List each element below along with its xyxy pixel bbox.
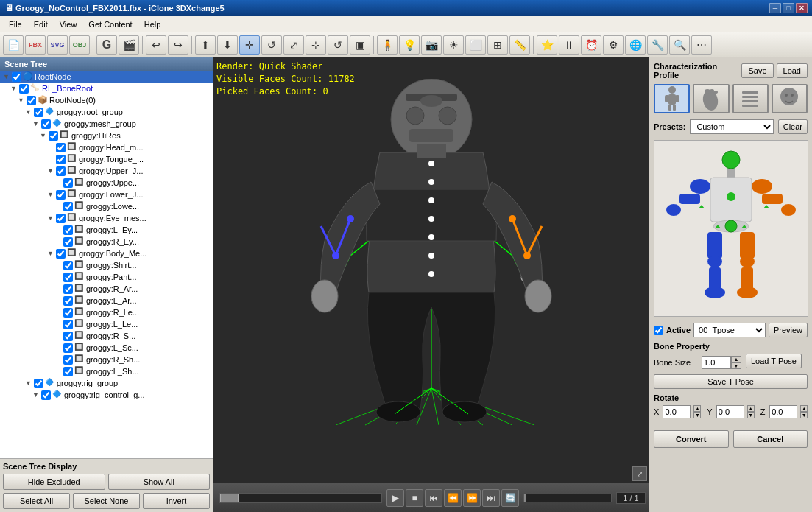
tree-check[interactable] xyxy=(63,202,73,211)
toolbar-search[interactable]: 🔍 xyxy=(669,35,690,55)
tree-arrow[interactable]: ▼ xyxy=(32,391,40,399)
rotate-y-up[interactable]: ▲ xyxy=(747,405,755,412)
profile-icon-human[interactable] xyxy=(654,84,690,113)
toolbar-undo[interactable]: ↩ xyxy=(146,35,166,55)
toolbar-clock[interactable]: ⏰ xyxy=(581,35,601,55)
viewport[interactable]: Render: Quick Shader Visible Faces Count… xyxy=(213,57,649,512)
tree-check[interactable] xyxy=(19,84,29,94)
tree-check[interactable] xyxy=(56,155,66,164)
toolbar-scale[interactable]: ⤢ xyxy=(283,35,304,55)
tree-item-tongue[interactable]: ▶ 🔲 groggy:Tongue_... xyxy=(0,153,213,165)
tree-item-rootgroup[interactable]: ▼ 🔷 groggy:root_group xyxy=(0,106,213,118)
convert-button[interactable]: Convert xyxy=(654,430,729,448)
tree-item-lowerj[interactable]: ▼ 🔲 groggy:Lower_J... xyxy=(0,189,213,200)
menu-view[interactable]: View xyxy=(54,18,83,30)
tree-check[interactable] xyxy=(27,96,36,105)
toolbar-new[interactable]: 📄 xyxy=(3,35,24,55)
tree-item-lleg[interactable]: ▶ 🔲 groggy:L_Le... xyxy=(0,318,213,330)
tree-item-lsc[interactable]: ▶ 🔲 groggy:L_Sc... xyxy=(0,342,213,354)
profile-icon-foot[interactable] xyxy=(693,84,729,113)
loop-button[interactable]: 🔄 xyxy=(501,489,519,507)
tree-item-reye[interactable]: ▶ 🔲 groggy:R_Ey... xyxy=(0,236,213,248)
tree-check[interactable] xyxy=(56,143,66,152)
toolbar-star[interactable]: ⭐ xyxy=(537,35,557,55)
tree-item-lowersub[interactable]: ▶ 🔲 groggy:Lowe... xyxy=(0,200,213,212)
tree-check[interactable] xyxy=(63,343,73,353)
bone-size-up[interactable]: ▲ xyxy=(731,356,741,362)
select-all-button[interactable]: Select All xyxy=(3,493,70,509)
tree-item-boneroot[interactable]: ▼ 🦴 RL_BoneRoot xyxy=(0,83,213,94)
toolbar-more[interactable]: ⋯ xyxy=(691,35,712,55)
toolbar-motion[interactable]: 🎬 xyxy=(119,35,139,55)
tree-arrow[interactable]: ▼ xyxy=(25,108,32,116)
toolbar-char[interactable]: 🧍 xyxy=(377,35,398,55)
tree-check[interactable] xyxy=(63,237,73,247)
tree-check[interactable] xyxy=(56,214,66,223)
timeline-scroll[interactable] xyxy=(219,493,382,503)
toolbar-light[interactable]: ☀ xyxy=(443,35,464,55)
tree-item-lsh[interactable]: ▶ 🔲 groggy:L_Sh... xyxy=(0,365,213,377)
toolbar-pause[interactable]: ⏸ xyxy=(559,35,579,55)
toolbar-down[interactable]: ⬇ xyxy=(217,35,238,55)
tree-check[interactable] xyxy=(34,379,43,388)
load-tpose-button[interactable]: Load T Pose xyxy=(746,354,802,368)
tree-item-meshgroup[interactable]: ▼ 🔷 groggy:mesh_group xyxy=(0,118,213,130)
tree-check[interactable] xyxy=(12,72,21,82)
maximize-button[interactable]: □ xyxy=(783,3,794,13)
clear-button[interactable]: Clear xyxy=(778,119,808,134)
rotate-x-down[interactable]: ▼ xyxy=(693,412,701,418)
rotate-x-input[interactable] xyxy=(663,405,691,418)
tree-check[interactable] xyxy=(63,178,73,188)
tree-item-head[interactable]: ▶ 🔲 groggy:Head_m... xyxy=(0,141,213,153)
rotate-y-down[interactable]: ▼ xyxy=(747,412,755,418)
prev-frame-button[interactable]: ⏪ xyxy=(444,489,462,507)
close-button[interactable]: ✕ xyxy=(796,3,808,13)
select-none-button[interactable]: Select None xyxy=(73,493,140,509)
tree-check[interactable] xyxy=(63,273,73,282)
tree-check[interactable] xyxy=(63,355,73,365)
menu-help[interactable]: Help xyxy=(138,18,167,30)
tree-check[interactable] xyxy=(63,332,73,341)
tree-item-eye[interactable]: ▼ 🔲 groggy:Eye_mes... xyxy=(0,212,213,224)
rotate-z-input[interactable] xyxy=(769,405,797,418)
tree-arrow[interactable]: ▼ xyxy=(47,214,54,222)
tree-check[interactable] xyxy=(63,320,73,329)
tree-item-rleg[interactable]: ▶ 🔲 groggy:R_Le... xyxy=(0,306,213,318)
tree-arrow[interactable]: ▼ xyxy=(47,167,54,175)
toolbar-cam[interactable]: 📷 xyxy=(421,35,442,55)
profile-icon-head[interactable] xyxy=(772,84,808,113)
toolbar-reset[interactable]: ↺ xyxy=(328,35,348,55)
menu-file[interactable]: File xyxy=(3,18,28,30)
tree-check[interactable] xyxy=(63,308,73,318)
toolbar-grid[interactable]: ⊞ xyxy=(487,35,508,55)
invert-button[interactable]: Invert xyxy=(143,493,210,509)
presets-select[interactable]: Custom xyxy=(690,119,773,134)
tree-item-rigcontrol[interactable]: ▼ 🔷 groggy:rig_control_g... xyxy=(0,389,213,401)
toolbar-wrench[interactable]: 🔧 xyxy=(647,35,668,55)
minimize-button[interactable]: ─ xyxy=(769,3,781,13)
tree-check[interactable] xyxy=(41,119,51,129)
save-profile-button[interactable]: Save xyxy=(741,63,773,78)
tree-check[interactable] xyxy=(49,131,58,141)
tree-arrow[interactable]: ▼ xyxy=(25,379,32,387)
menu-edit[interactable]: Edit xyxy=(28,18,54,30)
toolbar-select[interactable]: ⊹ xyxy=(306,35,326,55)
hide-excluded-button[interactable]: Hide Excluded xyxy=(3,474,105,490)
toolbar-obj[interactable]: OBJ xyxy=(69,35,90,55)
next-frame-button[interactable]: ⏩ xyxy=(463,489,481,507)
tree-arrow[interactable]: ▼ xyxy=(47,250,54,257)
active-checkbox[interactable] xyxy=(654,326,663,335)
save-tpose-button[interactable]: Save T Pose xyxy=(654,374,808,389)
bone-size-down[interactable]: ▼ xyxy=(731,362,741,369)
tree-arrow[interactable]: ▼ xyxy=(32,120,40,127)
pose-select[interactable]: 00_Tpose xyxy=(693,323,766,337)
tree-check[interactable] xyxy=(41,390,51,400)
show-all-button[interactable]: Show All xyxy=(108,474,211,490)
tree-check[interactable] xyxy=(56,249,66,259)
toolbar-earth[interactable]: 🌐 xyxy=(625,35,646,55)
profile-icon-list[interactable] xyxy=(732,84,769,113)
tree-arrow[interactable]: ▼ xyxy=(18,97,25,104)
tree-item-rootnode[interactable]: ▼ 🔵 RootNode xyxy=(0,71,213,83)
toolbar-ruler[interactable]: 📏 xyxy=(509,35,530,55)
tree-item-pant[interactable]: ▶ 🔲 groggy:Pant... xyxy=(0,271,213,283)
